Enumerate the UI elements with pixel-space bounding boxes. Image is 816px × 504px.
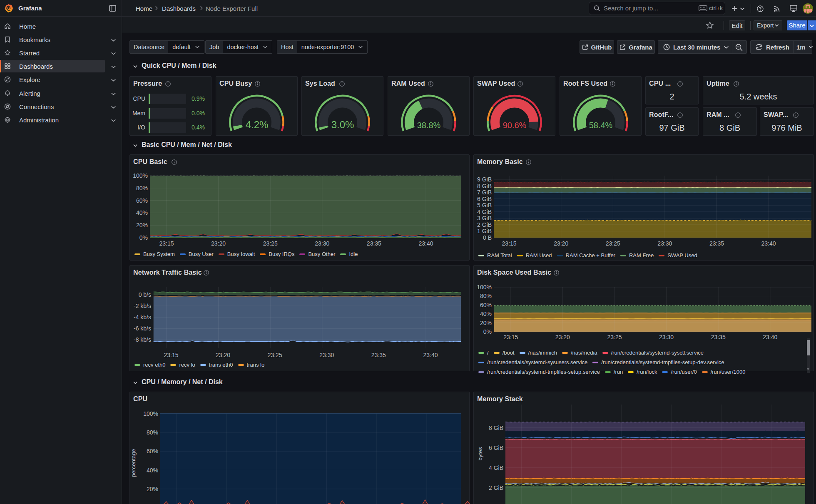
svg-text:58.4%: 58.4% [589,121,613,130]
svg-text:4.2%: 4.2% [246,119,269,130]
svg-text:90.6%: 90.6% [503,121,527,130]
svg-text:3.0%: 3.0% [331,119,354,130]
svg-text:38.8%: 38.8% [417,121,441,130]
